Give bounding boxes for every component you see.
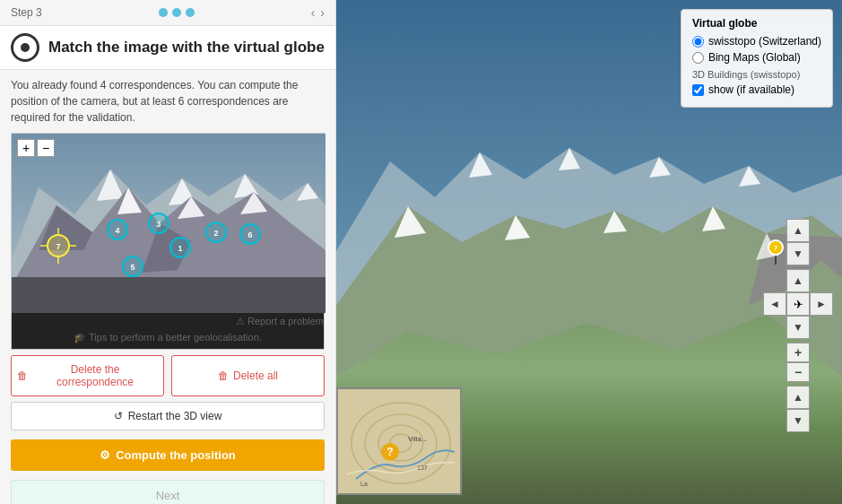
vertical-nav-right: ▲ ▼ xyxy=(786,386,810,432)
dot-2 xyxy=(172,8,181,17)
svg-text:5: 5 xyxy=(130,263,135,272)
restart-row: ↺ Restart the 3D view xyxy=(0,402,335,434)
step-title-row: Match the image with the virtual globe xyxy=(0,26,335,70)
right-panel[interactable]: Virtual globe swisstopo (Switzerland) Bi… xyxy=(336,0,842,504)
vg-radio-swisstopo[interactable] xyxy=(692,36,704,48)
step-header: Step 3 ‹ › xyxy=(0,0,335,26)
dot-1 xyxy=(159,8,168,17)
compute-position-button[interactable]: ⚙ Compute the position xyxy=(11,439,325,471)
tips-link[interactable]: Tips to perform a better geolocalisation… xyxy=(89,332,262,343)
nav-right-button[interactable]: ► xyxy=(810,292,833,316)
nav-up-left[interactable]: ▲ xyxy=(786,219,810,242)
restart-3d-button[interactable]: ↺ Restart the 3D view xyxy=(11,402,325,430)
nav-prev-icon[interactable]: ‹ xyxy=(311,5,316,20)
dot-3 xyxy=(186,8,195,17)
delete-correspondence-label: Delete the correspondence xyxy=(32,363,158,388)
plane-icon: ✈ xyxy=(794,298,803,311)
vg-checkbox-show[interactable] xyxy=(692,84,704,96)
tips-row: 🎓 Tips to perform a better geolocalisati… xyxy=(12,330,324,349)
zoom-in-button[interactable]: + xyxy=(17,139,35,157)
restart-3d-label: Restart the 3D view xyxy=(128,410,222,422)
zoom-nav: + − xyxy=(786,343,810,382)
svg-text:7: 7 xyxy=(56,242,60,251)
step-title: Match the image with the virtual globe xyxy=(48,39,325,56)
nav-controls: ▲ ▼ ▲ ◄ ✈ ► ▼ + − ▲ xyxy=(763,219,833,432)
svg-text:6: 6 xyxy=(247,230,252,239)
next-button: Next xyxy=(11,480,325,504)
nav-center: ✈ xyxy=(786,292,810,316)
svg-text:Villa...: Villa... xyxy=(408,435,428,443)
step-nav: ‹ › xyxy=(311,5,325,20)
delete-all-button[interactable]: 🗑 Delete all xyxy=(171,355,325,396)
delete-all-label: Delete all xyxy=(233,369,278,382)
nav-mid-row: ◄ ✈ ► xyxy=(763,292,833,316)
report-link[interactable]: Report a problem xyxy=(247,316,324,326)
report-row: ⚠ Report a problem xyxy=(12,313,324,330)
svg-text:?: ? xyxy=(386,446,393,458)
nav-up-button[interactable]: ▲ xyxy=(786,269,810,292)
nav-up-right[interactable]: ▲ xyxy=(786,386,810,409)
nav-down-button[interactable]: ▼ xyxy=(786,316,810,339)
nav-left-button[interactable]: ◄ xyxy=(763,292,786,316)
vg-option-show[interactable]: show (if available) xyxy=(692,83,821,96)
svg-text:4: 4 xyxy=(115,226,119,235)
delete-correspondence-button[interactable]: 🗑 Delete the correspondence xyxy=(11,355,164,396)
vg-label-swisstopo: swisstopo (Switzerland) xyxy=(708,35,821,48)
compute-icon: ⚙ xyxy=(100,448,110,462)
vg-radio-bing[interactable] xyxy=(692,52,704,64)
target-icon xyxy=(11,33,39,62)
vg-title: Virtual globe xyxy=(692,17,821,30)
virtual-globe-panel: Virtual globe swisstopo (Switzerland) Bi… xyxy=(681,9,833,108)
vg-option-bing[interactable]: Bing Maps (Global) xyxy=(692,51,821,64)
zoom-controls: + − xyxy=(17,139,55,157)
restart-icon: ↺ xyxy=(114,410,123,422)
svg-text:137: 137 xyxy=(417,465,428,471)
left-panel: Step 3 ‹ › Match the image with the virt… xyxy=(0,0,336,504)
octagonal-nav: ▲ ◄ ✈ ► ▼ xyxy=(763,269,833,339)
globe-zoom-out-button[interactable]: − xyxy=(786,362,810,382)
delete-buttons-row: 🗑 Delete the correspondence 🗑 Delete all xyxy=(0,350,335,402)
svg-text:2: 2 xyxy=(213,229,218,238)
nav-down-left[interactable]: ▼ xyxy=(786,242,810,265)
vg-option-swisstopo[interactable]: swisstopo (Switzerland) xyxy=(692,35,821,48)
vg-section-3d: 3D Buildings (swisstopo) xyxy=(692,69,821,80)
nav-next-icon[interactable]: › xyxy=(320,5,325,20)
target-icon-inner xyxy=(21,43,30,52)
vertical-nav-left: ▲ ▼ xyxy=(786,219,810,265)
vg-label-show: show (if available) xyxy=(708,83,794,96)
nav-top-row: ▲ xyxy=(786,269,810,292)
compute-position-label: Compute the position xyxy=(116,448,236,462)
image-container: + − xyxy=(11,133,325,350)
trash-icon-1: 🗑 xyxy=(17,369,28,382)
svg-text:La: La xyxy=(360,481,368,487)
nav-down-right[interactable]: ▼ xyxy=(786,409,810,432)
vg-label-bing: Bing Maps (Global) xyxy=(708,51,801,64)
description: You already found 4 correspondences. You… xyxy=(0,70,335,133)
svg-rect-12 xyxy=(12,277,326,313)
step-label: Step 3 xyxy=(11,6,42,19)
svg-text:1: 1 xyxy=(178,244,182,253)
trash-icon-2: 🗑 xyxy=(218,369,229,382)
nav-bottom-row: ▼ xyxy=(786,316,810,339)
mountain-image[interactable]: 7 4 5 3 xyxy=(12,134,326,313)
svg-text:3: 3 xyxy=(156,220,161,229)
globe-zoom-in-button[interactable]: + xyxy=(786,343,810,362)
step-dots xyxy=(159,8,195,17)
mini-map[interactable]: ? Villa... La 137 xyxy=(336,387,462,495)
report-icon: ⚠ xyxy=(236,316,245,326)
zoom-out-button[interactable]: − xyxy=(37,139,55,157)
tips-icon: 🎓 xyxy=(74,332,86,343)
